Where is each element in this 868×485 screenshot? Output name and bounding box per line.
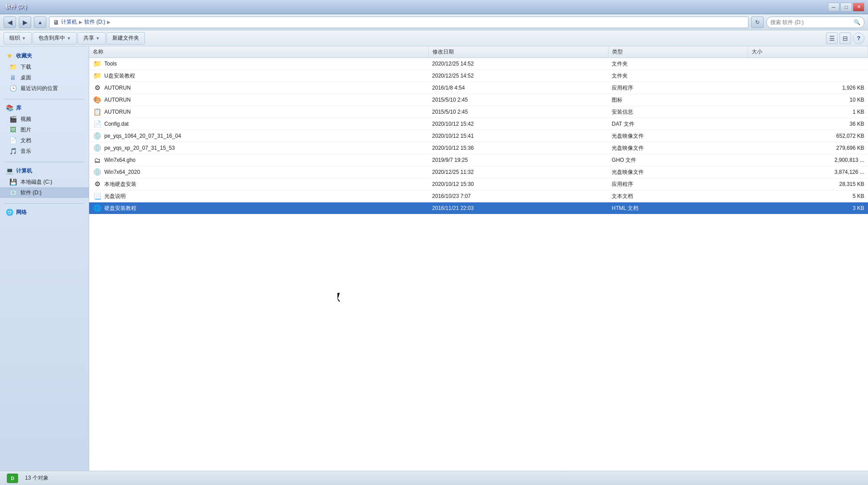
sidebar-item-drive-d[interactable]: 💿 软件 (D:) — [0, 187, 89, 198]
share-button[interactable]: 共享 ▼ — [78, 32, 106, 45]
view-list-button[interactable]: ⊟ — [839, 33, 851, 44]
breadcrumb-drive[interactable]: 软件 (D:) — [84, 18, 105, 26]
breadcrumb-computer[interactable]: 计算机 — [61, 18, 77, 26]
sidebar-item-music[interactable]: 🎵 音乐 — [0, 146, 89, 156]
sidebar-header-computer[interactable]: 💻 计算机 — [0, 165, 89, 177]
file-size: 1 KB — [748, 106, 868, 118]
file-type: 应用程序 — [608, 178, 748, 190]
search-bar[interactable]: 🔍 — [766, 16, 864, 28]
sidebar-item-recent[interactable]: 🕒 最近访问的位置 — [0, 83, 89, 94]
include-button[interactable]: 包含到库中 ▼ — [33, 32, 77, 45]
recent-icon: 🕒 — [9, 84, 17, 92]
search-input[interactable] — [770, 19, 852, 25]
close-button[interactable]: ✕ — [853, 3, 864, 12]
table-row[interactable]: 🎨AUTORUN2015/5/10 2:45图标10 KB — [89, 94, 868, 106]
file-icon: 💿 — [93, 144, 102, 152]
sidebar-section-library: 📚 库 🎬 视频 🖼 图片 📄 文档 🎵 音乐 — [0, 102, 89, 156]
maximize-button[interactable]: □ — [840, 3, 852, 12]
share-dropdown-icon: ▼ — [96, 36, 100, 41]
file-date: 2020/10/12 15:30 — [428, 178, 608, 190]
col-header-size[interactable]: 大小 — [748, 46, 868, 58]
titlebar: 软件 (D:) ─ □ ✕ — [0, 0, 868, 14]
file-size: 2,900,813 ... — [748, 154, 868, 166]
sidebar-item-image[interactable]: 🖼 图片 — [0, 124, 89, 135]
up-button[interactable]: ▲ — [34, 16, 46, 28]
statusbar-icon: D — [5, 471, 20, 485]
back-button[interactable]: ◀ — [4, 16, 16, 28]
file-date: 2016/10/23 7:07 — [428, 190, 608, 202]
sidebar-header-favorites[interactable]: ★ 收藏夹 — [0, 50, 89, 62]
sidebar-drive-c-label: 本地磁盘 (C:) — [21, 178, 52, 186]
addressbar: ◀ ▶ ▲ 🖥 计算机 ▶ 软件 (D:) ▶ ↻ 🔍 — [0, 14, 868, 30]
sidebar-item-video[interactable]: 🎬 视频 — [0, 114, 89, 124]
table-row[interactable]: 💿pe_yqs_xp_20_07_31_15_532020/10/12 15:3… — [89, 142, 868, 154]
help-button[interactable]: ? — [853, 33, 864, 44]
sidebar-doc-label: 文档 — [21, 137, 31, 144]
image-icon: 🖼 — [9, 126, 17, 134]
table-row[interactable]: 📁Tools2020/12/25 14:52文件夹 — [89, 58, 868, 70]
sidebar-item-downloads[interactable]: 📁 下载 — [0, 62, 89, 72]
breadcrumb-bar[interactable]: 🖥 计算机 ▶ 软件 (D:) ▶ — [49, 16, 749, 28]
svg-text:D: D — [11, 476, 14, 481]
computer-icon: 💻 — [5, 167, 13, 175]
drive-d-icon: 💿 — [9, 189, 17, 197]
file-date: 2020/10/12 15:36 — [428, 142, 608, 154]
include-dropdown-icon: ▼ — [67, 36, 71, 41]
table-row[interactable]: ⚙本地硬盘安装2020/10/12 15:30应用程序28,315 KB — [89, 178, 868, 190]
file-icon: ⚙ — [93, 180, 102, 189]
network-icon: 🌐 — [5, 208, 13, 216]
file-name-cell: 🎨AUTORUN — [89, 94, 428, 106]
organize-button[interactable]: 组织 ▼ — [4, 32, 32, 45]
file-name-cell: 💿Win7x64_2020 — [89, 166, 428, 178]
file-icon: 🌐 — [93, 204, 102, 213]
organize-label: 组织 — [9, 34, 20, 42]
table-row[interactable]: 📄Config.dat2020/10/12 15:42DAT 文件36 KB — [89, 118, 868, 130]
file-icon: 📋 — [93, 107, 102, 116]
sidebar-network-label: 网络 — [16, 209, 27, 216]
table-row[interactable]: 📁U盘安装教程2020/12/25 14:52文件夹 — [89, 70, 868, 82]
doc-icon: 📄 — [9, 136, 17, 144]
file-size: 36 KB — [748, 118, 868, 130]
sidebar-library-label: 库 — [16, 104, 21, 112]
sidebar-section-computer: 💻 计算机 💾 本地磁盘 (C:) 💿 软件 (D:) — [0, 165, 89, 198]
file-area[interactable]: 名称 修改日期 类型 大小 📁Tools2020/12/25 14:52文件夹📁… — [89, 46, 868, 471]
file-size: 10 KB — [748, 94, 868, 106]
sidebar-item-doc[interactable]: 📄 文档 — [0, 135, 89, 146]
file-name-cell: 📋AUTORUN — [89, 106, 428, 118]
file-icon: 💿 — [93, 132, 102, 140]
col-header-name[interactable]: 名称 — [89, 46, 428, 58]
table-row[interactable]: 💿Win7x64_20202020/12/25 11:32光盘映像文件3,874… — [89, 166, 868, 178]
forward-button[interactable]: ▶ — [19, 16, 31, 28]
new-folder-button[interactable]: 新建文件夹 — [107, 32, 145, 45]
file-date: 2020/10/12 15:42 — [428, 118, 608, 130]
file-name-cell: 📃光盘说明 — [89, 190, 428, 202]
file-name-cell: 📁Tools — [89, 58, 428, 70]
sidebar-item-desktop[interactable]: 🖥 桌面 — [0, 72, 89, 83]
file-type: 文件夹 — [608, 58, 748, 70]
col-header-type[interactable]: 类型 — [608, 46, 748, 58]
file-icon: 🎨 — [93, 95, 102, 104]
table-row[interactable]: 🗂Win7x64.gho2019/9/7 19:25GHO 文件2,900,81… — [89, 154, 868, 166]
table-row[interactable]: 💿pe_yqs_1064_20_07_31_16_042020/10/12 15… — [89, 130, 868, 142]
file-type: 安装信息 — [608, 106, 748, 118]
table-row[interactable]: 📋AUTORUN2015/5/10 2:45安装信息1 KB — [89, 106, 868, 118]
file-icon: 💿 — [93, 168, 102, 177]
file-date: 2016/11/21 22:03 — [428, 202, 608, 214]
table-row[interactable]: 📃光盘说明2016/10/23 7:07文本文档5 KB — [89, 190, 868, 202]
sidebar-header-library[interactable]: 📚 库 — [0, 102, 89, 114]
sidebar-section-favorites: ★ 收藏夹 📁 下载 🖥 桌面 🕒 最近访问的位置 — [0, 50, 89, 94]
minimize-button[interactable]: ─ — [828, 3, 839, 12]
titlebar-controls: ─ □ ✕ — [828, 3, 864, 12]
file-size: 279,696 KB — [748, 142, 868, 154]
music-icon: 🎵 — [9, 147, 17, 155]
table-row[interactable]: ⚙AUTORUN2016/1/8 4:54应用程序1,926 KB — [89, 82, 868, 94]
statusbar: D 13 个对象 — [0, 471, 868, 485]
col-header-date[interactable]: 修改日期 — [428, 46, 608, 58]
sidebar-header-network[interactable]: 🌐 网络 — [0, 206, 89, 218]
table-row[interactable]: 🌐硬盘安装教程2016/11/21 22:03HTML 文档3 KB — [89, 202, 868, 214]
refresh-button[interactable]: ↻ — [751, 16, 764, 28]
file-date: 2015/5/10 2:45 — [428, 106, 608, 118]
statusbar-count: 13 个对象 — [25, 474, 49, 482]
sidebar-item-drive-c[interactable]: 💾 本地磁盘 (C:) — [0, 177, 89, 187]
view-dropdown-button[interactable]: ☰ — [826, 33, 838, 44]
